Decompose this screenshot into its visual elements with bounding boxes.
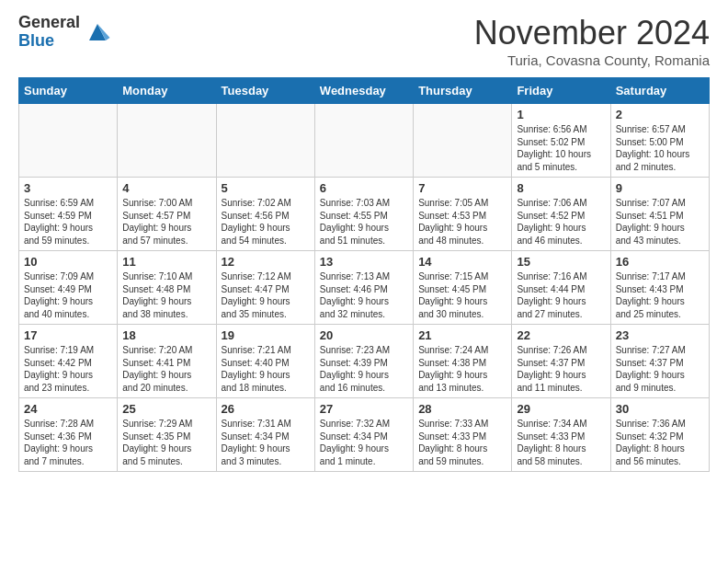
calendar-cell: 12Sunrise: 7:12 AM Sunset: 4:47 PM Dayli… — [216, 251, 314, 325]
calendar-cell: 28Sunrise: 7:33 AM Sunset: 4:33 PM Dayli… — [414, 398, 512, 472]
day-number: 21 — [418, 328, 506, 342]
calendar-cell: 15Sunrise: 7:16 AM Sunset: 4:44 PM Dayli… — [512, 251, 610, 325]
day-number: 24 — [24, 402, 112, 416]
day-info: Sunrise: 7:06 AM Sunset: 4:52 PM Dayligh… — [517, 197, 605, 247]
day-number: 27 — [320, 402, 408, 416]
col-sunday: Sunday — [19, 78, 118, 104]
calendar-cell: 8Sunrise: 7:06 AM Sunset: 4:52 PM Daylig… — [512, 178, 610, 251]
day-number: 2 — [616, 108, 704, 121]
calendar-cell: 11Sunrise: 7:10 AM Sunset: 4:48 PM Dayli… — [118, 251, 216, 325]
day-info: Sunrise: 7:17 AM Sunset: 4:43 PM Dayligh… — [616, 270, 704, 320]
day-info: Sunrise: 6:56 AM Sunset: 5:02 PM Dayligh… — [517, 123, 605, 173]
calendar-cell — [19, 104, 118, 178]
month-title: November 2024 — [474, 14, 710, 52]
logo-icon — [84, 18, 111, 46]
day-info: Sunrise: 7:13 AM Sunset: 4:46 PM Dayligh… — [320, 270, 408, 320]
week-row-3: 10Sunrise: 7:09 AM Sunset: 4:49 PM Dayli… — [19, 251, 710, 325]
day-number: 25 — [122, 402, 210, 416]
week-row-1: 1Sunrise: 6:56 AM Sunset: 5:02 PM Daylig… — [19, 104, 710, 178]
calendar-cell: 3Sunrise: 6:59 AM Sunset: 4:59 PM Daylig… — [19, 178, 118, 251]
calendar-table: Sunday Monday Tuesday Wednesday Thursday… — [18, 77, 710, 472]
day-info: Sunrise: 7:00 AM Sunset: 4:57 PM Dayligh… — [122, 197, 210, 247]
day-number: 3 — [24, 181, 112, 195]
day-info: Sunrise: 7:27 AM Sunset: 4:37 PM Dayligh… — [616, 344, 704, 394]
day-number: 8 — [517, 181, 605, 195]
day-number: 19 — [222, 328, 310, 342]
calendar-cell — [216, 104, 314, 178]
day-number: 15 — [517, 255, 605, 269]
col-saturday: Saturday — [610, 78, 709, 104]
day-info: Sunrise: 7:03 AM Sunset: 4:55 PM Dayligh… — [320, 197, 408, 247]
calendar-cell: 23Sunrise: 7:27 AM Sunset: 4:37 PM Dayli… — [610, 325, 709, 398]
day-info: Sunrise: 7:20 AM Sunset: 4:41 PM Dayligh… — [122, 344, 210, 394]
calendar-cell: 4Sunrise: 7:00 AM Sunset: 4:57 PM Daylig… — [118, 178, 216, 251]
calendar-cell: 25Sunrise: 7:29 AM Sunset: 4:35 PM Dayli… — [118, 398, 216, 472]
day-number: 22 — [517, 328, 605, 342]
location: Turia, Covasna County, Romania — [474, 52, 710, 68]
day-info: Sunrise: 7:19 AM Sunset: 4:42 PM Dayligh… — [24, 344, 112, 394]
calendar-cell: 14Sunrise: 7:15 AM Sunset: 4:45 PM Dayli… — [414, 251, 512, 325]
header-row: Sunday Monday Tuesday Wednesday Thursday… — [19, 78, 710, 104]
week-row-2: 3Sunrise: 6:59 AM Sunset: 4:59 PM Daylig… — [19, 178, 710, 251]
calendar-cell: 18Sunrise: 7:20 AM Sunset: 4:41 PM Dayli… — [118, 325, 216, 398]
header: General Blue November 2024 Turia, Covasn… — [18, 14, 710, 68]
day-number: 28 — [418, 402, 506, 416]
day-info: Sunrise: 7:24 AM Sunset: 4:38 PM Dayligh… — [418, 344, 506, 394]
day-number: 11 — [122, 255, 210, 269]
day-number: 17 — [24, 328, 112, 342]
calendar-cell: 20Sunrise: 7:23 AM Sunset: 4:39 PM Dayli… — [314, 325, 413, 398]
day-number: 5 — [222, 181, 310, 195]
logo-blue: Blue — [18, 32, 80, 51]
calendar-cell: 13Sunrise: 7:13 AM Sunset: 4:46 PM Dayli… — [314, 251, 413, 325]
col-tuesday: Tuesday — [216, 78, 314, 104]
calendar-cell: 17Sunrise: 7:19 AM Sunset: 4:42 PM Dayli… — [19, 325, 118, 398]
day-number: 14 — [418, 255, 506, 269]
day-info: Sunrise: 7:12 AM Sunset: 4:47 PM Dayligh… — [222, 270, 310, 320]
calendar-cell: 29Sunrise: 7:34 AM Sunset: 4:33 PM Dayli… — [512, 398, 610, 472]
calendar-cell: 6Sunrise: 7:03 AM Sunset: 4:55 PM Daylig… — [314, 178, 413, 251]
day-info: Sunrise: 6:57 AM Sunset: 5:00 PM Dayligh… — [616, 123, 704, 173]
day-number: 7 — [418, 181, 506, 195]
day-info: Sunrise: 7:26 AM Sunset: 4:37 PM Dayligh… — [517, 344, 605, 394]
logo-general: General — [18, 14, 80, 32]
day-number: 16 — [616, 255, 704, 269]
day-number: 6 — [320, 181, 408, 195]
day-info: Sunrise: 7:28 AM Sunset: 4:36 PM Dayligh… — [24, 418, 112, 467]
day-info: Sunrise: 7:21 AM Sunset: 4:40 PM Dayligh… — [222, 344, 310, 394]
calendar-cell: 24Sunrise: 7:28 AM Sunset: 4:36 PM Dayli… — [19, 398, 118, 472]
day-info: Sunrise: 7:15 AM Sunset: 4:45 PM Dayligh… — [418, 270, 506, 320]
day-number: 29 — [517, 402, 605, 416]
calendar-cell: 1Sunrise: 6:56 AM Sunset: 5:02 PM Daylig… — [512, 104, 610, 178]
calendar-cell: 21Sunrise: 7:24 AM Sunset: 4:38 PM Dayli… — [414, 325, 512, 398]
day-number: 13 — [320, 255, 408, 269]
calendar-cell: 22Sunrise: 7:26 AM Sunset: 4:37 PM Dayli… — [512, 325, 610, 398]
day-info: Sunrise: 7:29 AM Sunset: 4:35 PM Dayligh… — [122, 418, 210, 467]
calendar-cell — [314, 104, 413, 178]
day-number: 9 — [616, 181, 704, 195]
day-info: Sunrise: 7:36 AM Sunset: 4:32 PM Dayligh… — [616, 418, 704, 467]
calendar-cell: 19Sunrise: 7:21 AM Sunset: 4:40 PM Dayli… — [216, 325, 314, 398]
main-container: General Blue November 2024 Turia, Covasn… — [0, 0, 728, 481]
calendar-cell: 30Sunrise: 7:36 AM Sunset: 4:32 PM Dayli… — [610, 398, 709, 472]
day-number: 12 — [222, 255, 310, 269]
day-info: Sunrise: 7:07 AM Sunset: 4:51 PM Dayligh… — [616, 197, 704, 247]
day-number: 1 — [517, 108, 605, 121]
title-section: November 2024 Turia, Covasna County, Rom… — [474, 14, 710, 68]
col-monday: Monday — [118, 78, 216, 104]
col-friday: Friday — [512, 78, 610, 104]
calendar-cell: 5Sunrise: 7:02 AM Sunset: 4:56 PM Daylig… — [216, 178, 314, 251]
logo-text: General Blue — [18, 14, 80, 51]
day-number: 26 — [222, 402, 310, 416]
calendar-cell: 26Sunrise: 7:31 AM Sunset: 4:34 PM Dayli… — [216, 398, 314, 472]
calendar-cell: 7Sunrise: 7:05 AM Sunset: 4:53 PM Daylig… — [414, 178, 512, 251]
week-row-4: 17Sunrise: 7:19 AM Sunset: 4:42 PM Dayli… — [19, 325, 710, 398]
day-info: Sunrise: 7:31 AM Sunset: 4:34 PM Dayligh… — [222, 418, 310, 467]
day-number: 20 — [320, 328, 408, 342]
calendar-cell: 10Sunrise: 7:09 AM Sunset: 4:49 PM Dayli… — [19, 251, 118, 325]
day-info: Sunrise: 7:23 AM Sunset: 4:39 PM Dayligh… — [320, 344, 408, 394]
day-number: 23 — [616, 328, 704, 342]
day-number: 10 — [24, 255, 112, 269]
day-info: Sunrise: 6:59 AM Sunset: 4:59 PM Dayligh… — [24, 197, 112, 247]
day-info: Sunrise: 7:34 AM Sunset: 4:33 PM Dayligh… — [517, 418, 605, 467]
col-wednesday: Wednesday — [314, 78, 413, 104]
